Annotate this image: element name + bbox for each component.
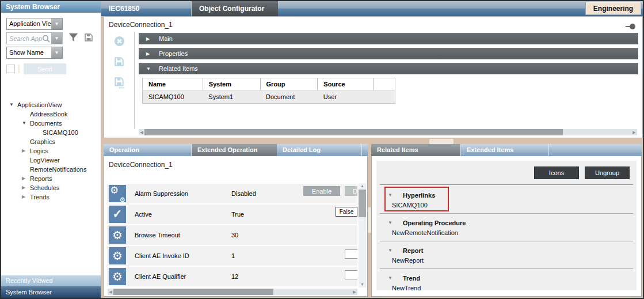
- scroll-right-icon[interactable]: ▶: [631, 129, 637, 135]
- sidebar-title: System Browser: [1, 1, 101, 13]
- tree-item-trends[interactable]: ▶Trends: [1, 192, 101, 202]
- group-header[interactable]: ▼Report: [380, 245, 633, 255]
- related-item-link[interactable]: NewTrend: [380, 283, 633, 293]
- related-item-link[interactable]: NewRemoteNotification: [380, 228, 633, 238]
- enable-button[interactable]: Enable: [303, 186, 340, 196]
- send-button[interactable]: Send: [24, 63, 66, 74]
- group-header[interactable]: ▼Operating Procedure: [380, 218, 633, 228]
- engineering-button[interactable]: Engineering: [586, 2, 641, 14]
- table-cell: [374, 90, 395, 104]
- tree-item-logviewer[interactable]: LogViewer: [1, 156, 101, 165]
- tree-toggle-icon[interactable]: ▶: [22, 183, 29, 192]
- view-dropdown-value: Application Vie: [7, 18, 51, 29]
- scroll-down-icon[interactable]: ▼: [359, 282, 366, 287]
- tree-item-remotenotifications[interactable]: RemoteNotifications: [1, 165, 101, 174]
- system-browser-bar[interactable]: System Browser: [1, 286, 101, 298]
- property-row-client-ae-invoke-id: ⚙Client AE Invoke ID1: [107, 246, 357, 266]
- tree-item-reports[interactable]: ▶Reports: [1, 174, 101, 183]
- view-dropdown[interactable]: Application Vie ▼: [6, 18, 63, 30]
- tree-item-documents[interactable]: ▼Documents: [1, 119, 101, 128]
- icons-button[interactable]: Icons: [534, 166, 579, 179]
- tree-item-addressbook[interactable]: AddressBook: [1, 109, 101, 119]
- tree-toggle-icon[interactable]: ▼: [9, 100, 17, 109]
- application-tree: ▼ApplicationViewAddressBook▼DocumentsSIC…: [1, 80, 101, 275]
- scrollbar-thumb[interactable]: [359, 190, 366, 217]
- scroll-left-icon[interactable]: ◀: [139, 129, 144, 135]
- tab-separator: [191, 1, 192, 16]
- tab-iec61850[interactable]: IEC61850: [101, 1, 191, 16]
- dis-button[interactable]: Dis: [345, 186, 357, 196]
- save-filter-icon[interactable]: [84, 33, 93, 44]
- chevron-down-icon[interactable]: ▼: [388, 220, 395, 225]
- filter-icon[interactable]: [68, 33, 78, 44]
- horizontal-splitter-grip[interactable]: [429, 139, 454, 144]
- property-controls: False: [336, 207, 353, 217]
- property-value: True: [231, 211, 244, 218]
- tab-extended-operation[interactable]: Extended Operation: [192, 144, 277, 156]
- tree-item-sicamq100[interactable]: SICAMQ100: [1, 128, 101, 137]
- save-as-icon[interactable]: [114, 77, 124, 91]
- chevron-down-icon[interactable]: ▼: [51, 33, 62, 44]
- scroll-up-icon[interactable]: ▲: [359, 183, 366, 189]
- related-item-link[interactable]: NewReport: [380, 255, 633, 266]
- tree-item-schedules[interactable]: ▶Schedules: [1, 183, 101, 192]
- chevron-down-icon[interactable]: ▼: [51, 47, 62, 58]
- property-label: Browse Timeout: [135, 232, 180, 239]
- chevron-down-icon[interactable]: ▼: [388, 248, 395, 253]
- save-icon[interactable]: [114, 56, 124, 69]
- recently-viewed-bar[interactable]: Recently Viewed: [1, 275, 101, 286]
- tab-object-configurator[interactable]: Object Configurator: [192, 1, 278, 16]
- horizontal-scrollbar[interactable]: ◀ ▶: [139, 129, 637, 135]
- tab-detailed-log[interactable]: Detailed Log: [277, 144, 361, 156]
- tree-toggle-icon[interactable]: ▼: [22, 119, 29, 128]
- property-row-client-ae-qualifier: ⚙Client AE Qualifier12: [107, 267, 357, 286]
- tree-toggle-icon[interactable]: ▶: [22, 146, 29, 156]
- scroll-right-icon[interactable]: ▶: [352, 289, 357, 295]
- gear-icon: ⚙: [109, 226, 126, 244]
- horizontal-scrollbar[interactable]: ◀ ▶: [108, 289, 357, 295]
- column-header: [374, 78, 395, 90]
- column-header: Name: [143, 78, 203, 90]
- scrollbar-thumb[interactable]: [144, 129, 563, 135]
- tree-item-label: RemoteNotifications: [29, 165, 86, 174]
- related-body: IconsUngroup ▼HyperlinksSICAMQ100▼Operat…: [371, 156, 642, 297]
- chevron-down-icon[interactable]: ▼: [388, 275, 395, 281]
- section-header-main[interactable]: ▶Main: [139, 33, 638, 44]
- property-input[interactable]: [345, 270, 357, 279]
- tree-toggle-icon[interactable]: ▶: [22, 192, 29, 202]
- highlight-box: [384, 187, 449, 211]
- group-label: Report: [403, 247, 423, 254]
- tree-item-graphics[interactable]: Graphics: [1, 137, 101, 146]
- tree-item-applicationview[interactable]: ▼ApplicationView: [1, 100, 101, 109]
- vertical-scrollbar[interactable]: ▲ ▼: [359, 183, 366, 287]
- chevron-down-icon[interactable]: ▼: [51, 18, 62, 29]
- related-group-operating-procedure: ▼Operating ProcedureNewRemoteNotificatio…: [380, 214, 633, 241]
- tab-operation[interactable]: Operation: [104, 144, 191, 156]
- show-name-dropdown[interactable]: Show Name ▼: [6, 47, 63, 59]
- tree-item-label: Schedules: [29, 183, 59, 192]
- tree-item-label: ApplicationView: [17, 100, 62, 109]
- section-header-properties[interactable]: ▶Properties: [139, 48, 638, 59]
- chevron-right-icon: ▶: [146, 36, 153, 41]
- section-header-related-items[interactable]: ▼Related Items: [139, 63, 638, 74]
- tree-item-label: Graphics: [29, 137, 55, 146]
- column-header: Group: [260, 78, 318, 90]
- property-input[interactable]: [345, 249, 357, 259]
- table-row[interactable]: SICAMQ100System1DocumentUser: [143, 90, 395, 104]
- tab-extended-items[interactable]: Extended Items: [461, 144, 548, 156]
- ungroup-button[interactable]: Ungroup: [585, 166, 630, 179]
- section-label: Properties: [159, 50, 188, 57]
- pin-icon[interactable]: [626, 24, 635, 29]
- tree-item-logics[interactable]: ▶Logics: [1, 146, 101, 156]
- group-header[interactable]: ▼Trend: [380, 273, 633, 283]
- scrollbar-thumb[interactable]: [113, 289, 273, 295]
- tab-related-items[interactable]: Related Items: [371, 144, 460, 156]
- cancel-icon[interactable]: [114, 36, 125, 49]
- false-button[interactable]: False: [336, 207, 357, 217]
- device-title: DeviceConnection_1: [109, 21, 173, 29]
- send-checkbox[interactable]: [6, 65, 15, 73]
- scroll-left-icon[interactable]: ◀: [108, 289, 113, 295]
- tree-toggle-icon[interactable]: ▶: [22, 174, 29, 183]
- object-configurator-panel: DeviceConnection_1 ▶Main▶Properties▼Rela…: [104, 16, 643, 138]
- operation-body: DeviceConnection_1 ⚙⚙Alarm SuppressionDi…: [104, 156, 368, 297]
